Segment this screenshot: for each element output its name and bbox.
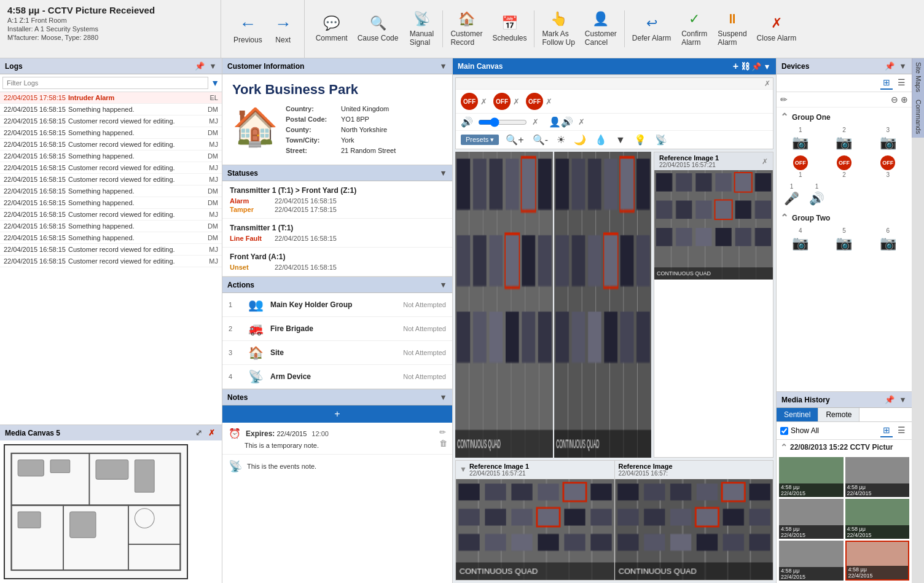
logs-title: Logs — [5, 62, 23, 71]
main-canvas-pin-icon[interactable]: 📌 — [750, 61, 763, 72]
devices-pencil-icon[interactable]: ✏ — [780, 95, 788, 104]
devices-collapse-icon[interactable]: ▾ — [899, 61, 907, 71]
statuses-pin-icon[interactable]: ▾ — [439, 168, 447, 178]
site-maps-tab[interactable]: Site Maps — [912, 58, 924, 96]
customer-cancel-button[interactable]: 👤 CustomerCancel — [580, 0, 622, 58]
log-time: 22/04/2015 16:58:15 — [4, 106, 68, 113]
header: 4:58 μμ - CCTV Picture Receieved A:1 Z:1… — [0, 0, 924, 58]
cam-2-icon[interactable]: 📷 — [836, 135, 852, 151]
main-canvas-collapse-icon[interactable]: ▾ — [763, 61, 771, 72]
mark-as-follow-up-button[interactable]: 👆 Mark AsFollow Up — [537, 0, 579, 58]
cam-1-icon[interactable]: 📷 — [792, 135, 808, 151]
customer-record-button[interactable]: 🏠 CustomerRecord — [445, 0, 487, 58]
confirm-alarm-button[interactable]: ✓ ConfirmAlarm — [676, 0, 713, 58]
media-history-header: Media History 📌 ▾ — [777, 392, 912, 408]
cctv-top-close-icon[interactable]: ✗ — [764, 79, 770, 88]
media-date-toggle-icon[interactable]: ⌃ — [780, 442, 788, 452]
cam-6-icon[interactable]: 📷 — [880, 235, 896, 251]
cause-code-button[interactable]: 🔍 Cause Code — [353, 0, 404, 58]
shape-icon[interactable]: ▼ — [614, 134, 627, 146]
customer-panel-pin-icon[interactable]: ▾ — [439, 61, 447, 71]
cam-5-icon[interactable]: 📷 — [836, 235, 852, 251]
tab-remote[interactable]: Remote — [818, 408, 859, 421]
close-alarm-button[interactable]: ✗ Close Alarm — [752, 0, 802, 58]
cctv-off-1-close-icon[interactable]: ✗ — [480, 97, 487, 106]
off-button-1[interactable]: OFF — [793, 155, 808, 170]
commands-tab[interactable]: Commands — [912, 96, 924, 138]
media-canvas-small-close-icon[interactable]: ✗ — [206, 428, 217, 438]
mic-icon[interactable]: 🎤 — [784, 191, 799, 206]
speaker-icon[interactable]: 🔊 — [809, 191, 824, 206]
cctv-audio-close-icon[interactable]: ✗ — [532, 117, 539, 127]
log-code: MJ — [200, 176, 218, 183]
logs-filter-input[interactable] — [2, 77, 208, 89]
notes-add-button[interactable]: + — [222, 405, 452, 423]
tab-sentinel[interactable]: Sentinel — [777, 408, 818, 421]
zoom-out-icon[interactable]: 🔍- — [531, 133, 550, 146]
moon-icon[interactable]: 🌙 — [572, 133, 588, 146]
cam-3-icon[interactable]: 📷 — [880, 135, 896, 151]
cam-4-icon[interactable]: 📷 — [792, 235, 808, 251]
media-thumbnail[interactable]: 4:58 μμ22/4/2015 — [779, 541, 844, 581]
media-thumbnail[interactable]: 4:58 μμ22/4/2015 — [779, 457, 844, 497]
media-thumbnail[interactable]: 4:58 μμ22/4/2015 — [779, 499, 844, 539]
media-canvas-small-expand-icon[interactable]: ⤢ — [194, 428, 204, 438]
devices-list-view-icon[interactable]: ☰ — [895, 76, 908, 90]
action-row[interactable]: 4 📡 Arm Device Not Attempted — [222, 365, 452, 389]
drop-icon[interactable]: 💧 — [593, 133, 609, 146]
signal-icon[interactable]: 📡 — [653, 133, 669, 146]
cctv-off-3-close-icon[interactable]: ✗ — [546, 97, 552, 106]
devices-zoom-out-icon[interactable]: ⊖ — [891, 95, 898, 104]
logs-unpin-icon[interactable]: ▾ — [209, 61, 217, 71]
schedules-button[interactable]: 📅 Schedules — [487, 0, 531, 58]
cctv-off-button-3[interactable]: OFF — [526, 93, 543, 110]
cctv-off-button-2[interactable]: OFF — [493, 93, 511, 110]
media-thumbnail[interactable]: 4:58 μμ22/4/2015 — [845, 499, 910, 539]
off-button-2[interactable]: OFF — [837, 155, 852, 170]
cctv-off-button-1[interactable]: OFF — [461, 93, 478, 110]
media-history-pin-icon[interactable]: 📌 — [883, 394, 896, 405]
media-thumbnail[interactable]: 4:58 μμ22/4/2015 — [845, 541, 910, 581]
previous-button[interactable]: ← Previous — [227, 10, 268, 48]
media-thumbnail[interactable]: 4:58 μμ22/4/2015 — [845, 457, 910, 497]
device-off-3: OFF 3 — [868, 155, 908, 178]
group-one-toggle-icon[interactable]: ⌃ — [780, 111, 788, 123]
log-message: Customer record viewed for editing. — [68, 164, 200, 171]
ref-img-1-toggle-icon[interactable]: ▼ — [460, 465, 467, 474]
cctv-person-close-icon[interactable]: ✗ — [578, 117, 585, 127]
next-button[interactable]: → Next — [268, 10, 298, 48]
devices-grid-view-icon[interactable]: ⊞ — [880, 76, 893, 90]
devices-pin-icon[interactable]: 📌 — [883, 61, 896, 71]
action-row[interactable]: 2 🚒 Fire Brigade Not Attempted — [222, 317, 452, 341]
comment-button[interactable]: 💬 Comment — [311, 0, 353, 58]
brightness-icon[interactable]: ☀ — [555, 133, 567, 146]
suspend-alarm-button[interactable]: ⏸ SuspendAlarm — [713, 0, 751, 58]
cctv-off-2-close-icon[interactable]: ✗ — [513, 97, 520, 106]
note-edit-icon[interactable]: ✏ — [439, 428, 447, 437]
notes-add-icon: + — [334, 409, 340, 420]
devices-draw-row: ✏ ⊖ ⊕ — [777, 92, 912, 108]
zoom-in-icon[interactable]: 🔍+ — [504, 133, 525, 146]
media-list-view-icon[interactable]: ☰ — [895, 424, 908, 437]
manual-signal-button[interactable]: 📡 ManualSignal — [403, 0, 440, 58]
main-canvas-add-icon[interactable]: + — [733, 61, 738, 72]
action-row[interactable]: 3 🏠 Site Not Attempted — [222, 341, 452, 365]
bulb-icon[interactable]: 💡 — [632, 133, 648, 146]
actions-pin-icon[interactable]: ▾ — [439, 280, 447, 290]
main-canvas-chain-icon[interactable]: ⛓ — [741, 61, 750, 71]
off-button-3[interactable]: OFF — [880, 155, 895, 170]
note-delete-icon[interactable]: 🗑 — [439, 439, 447, 448]
show-all-checkbox[interactable] — [780, 427, 788, 435]
action-row[interactable]: 1 👥 Main Key Holder Group Not Attempted — [222, 293, 452, 317]
presets-button[interactable]: Presets ▾ — [461, 135, 499, 145]
media-history-collapse-icon[interactable]: ▾ — [899, 394, 907, 405]
cctv-volume-slider[interactable] — [478, 117, 527, 127]
media-grid-view-icon[interactable]: ⊞ — [880, 424, 893, 437]
logs-pin-icon[interactable]: 📌 — [193, 61, 206, 71]
log-message: Something happened. — [68, 106, 200, 113]
ref-image-close-icon[interactable]: ✗ — [762, 157, 768, 166]
devices-zoom-in-icon[interactable]: ⊕ — [901, 95, 908, 104]
defer-alarm-button[interactable]: ↩ Defer Alarm — [627, 0, 676, 58]
group-two-toggle-icon[interactable]: ⌃ — [780, 212, 788, 224]
notes-pin-icon[interactable]: ▾ — [439, 392, 447, 402]
